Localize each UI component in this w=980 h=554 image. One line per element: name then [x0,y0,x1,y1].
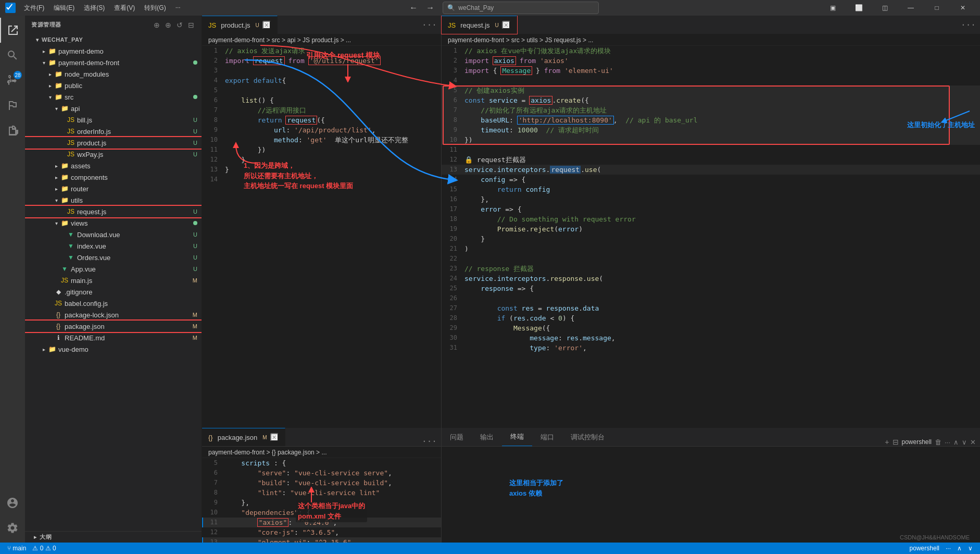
file-bill-js[interactable]: ▸ JS bill.js U [25,114,202,126]
code-line: 29 Message({ [442,323,980,333]
tab-product-js[interactable]: JS product.js U × [202,16,278,34]
file-request-js[interactable]: ▸ JS request.js U [25,206,202,217]
status-branch[interactable]: ⑂ main [4,545,29,552]
search-bar[interactable]: 🔍 weChat_Pay [443,2,599,14]
refresh-btn[interactable]: ↺ [175,20,184,30]
nav-back[interactable]: ← [406,2,421,14]
title-bar-left: 文件(F) 编辑(E) 选择(S) 查看(V) 转到(G) ··· [5,3,185,14]
nav-forward[interactable]: → [423,2,437,14]
terminal-trash[interactable]: 🗑 [935,438,941,446]
tab-product-close[interactable]: × [262,21,271,29]
file-main-js[interactable]: ▸ JS main.js M [25,275,202,286]
badge-m-3: M [193,323,197,329]
menu-more[interactable]: ··· [171,3,185,14]
code-editor-product[interactable]: 1 // axios 发送ajax请求 2 import request fro… [202,46,441,428]
tab-ports[interactable]: 端口 [532,428,562,446]
code-editor-package[interactable]: 5 scripts : { 6 "serve": "vue-cli-servic… [202,458,441,543]
menu-goto[interactable]: 转到(G) [140,3,170,14]
account-icon[interactable] [0,490,25,515]
file-product-js[interactable]: ▸ JS product.js U [25,137,202,149]
file-wxpay-js[interactable]: ▸ JS wxPay.js U [25,149,202,160]
close-btn[interactable]: ✕ [951,0,975,16]
code-editor-request[interactable]: 1 // axios 在vue中专门做发送ajax请求的模块 2 import … [442,46,980,428]
file-orderinfo-js[interactable]: ▸ JS orderInfo.js U [25,126,202,137]
tab-more-left[interactable]: ··· [418,20,441,30]
code-line: 10 "dependencies": { [202,508,441,518]
file-orders-vue[interactable]: ▸ ▼ Orders.vue U [25,252,202,263]
terminal-add[interactable]: + [885,438,889,446]
menu-items: 文件(F) 编辑(E) 选择(S) 查看(V) 转到(G) ··· [20,3,185,14]
folder-src[interactable]: ▾ 📁 src [25,91,202,103]
outline-section[interactable]: ▸ 大纲 [25,531,202,543]
bottom-left-tabbar: {} package.json M × ··· [202,428,442,446]
layout-toggle[interactable]: ⬜ [847,0,871,16]
folder-router[interactable]: ▸ 📁 router [25,183,202,194]
run-icon[interactable] [0,93,25,118]
bottom-split-content: payment-demo-front > {} package.json > .… [202,447,980,543]
folder-payment-demo[interactable]: ▸ 📁 payment-demo [25,45,202,57]
terminal-collapse-down[interactable]: ∨ [962,438,967,446]
extensions-icon[interactable] [0,118,25,143]
terminal-more[interactable]: ··· [945,438,950,446]
terminal-collapse-up[interactable]: ∧ [953,438,959,446]
new-file-btn[interactable]: ⊕ [153,20,161,30]
tab-package-close[interactable]: × [270,433,279,441]
settings-icon[interactable] [0,515,25,540]
sidebar-toggle[interactable]: ▣ [821,0,845,16]
tab-debug-console[interactable]: 调试控制台 [562,428,613,446]
new-folder-btn[interactable]: ⊕ [164,20,172,30]
folder-api[interactable]: ▾ 📁 api [25,103,202,114]
tab-problems[interactable]: 问题 [442,428,472,446]
menu-file[interactable]: 文件(F) [20,3,48,14]
search-icon[interactable] [0,43,25,68]
code-line: 28 if (res.code < 0) { [442,313,980,323]
explorer-icon[interactable] [0,18,25,43]
file-readme[interactable]: ▸ ℹ README.md M [25,332,202,343]
status-up[interactable]: ∧ [954,545,965,552]
badge-u-5: U [193,208,197,215]
file-package-json[interactable]: ▸ {} package.json M [25,321,202,332]
code-line: 31 type: 'error', [442,343,980,353]
folder-utils[interactable]: ▾ 📁 utils [25,194,202,206]
terminal-close[interactable]: ✕ [970,438,976,446]
tab-more-bottom-left[interactable]: ··· [418,436,441,446]
panel-toggle[interactable]: ◫ [873,0,897,16]
tab-bar-request: JS request.js U × ··· [442,16,980,34]
source-control-icon[interactable]: 28 [0,68,25,93]
file-download-vue[interactable]: ▸ ▼ Download.vue U [25,229,202,240]
terminal-split[interactable]: ⊟ [893,438,899,446]
folder-node-modules[interactable]: ▸ 📁 node_modules [25,68,202,80]
file-app-vue[interactable]: ▸ ▼ App.vue U [25,263,202,275]
maximize-btn[interactable]: □ [925,0,949,16]
tab-more-right[interactable]: ··· [957,20,980,30]
tab-package-json[interactable]: {} package.json M × [202,428,285,446]
status-errors[interactable]: ⚠ 0 ⚠ 0 [29,545,59,552]
code-line: 19 Promise.reject(error) [442,224,980,234]
code-line: 26 [442,293,980,303]
menu-edit[interactable]: 编辑(E) [49,3,79,14]
sidebar-icons: ⊕ ⊕ ↺ ⊟ [153,20,195,30]
status-powershell[interactable]: powershell [907,545,943,552]
folder-components[interactable]: ▸ 📁 components [25,171,202,183]
folder-assets[interactable]: ▸ 📁 assets [25,160,202,171]
status-right: powershell ··· ∧ ∨ [907,545,976,552]
minimize-btn[interactable]: — [899,0,923,16]
tab-request-js[interactable]: JS request.js U × [442,16,517,34]
status-down[interactable]: ∨ [965,545,976,552]
collapse-btn[interactable]: ⊟ [187,20,195,30]
file-index-vue[interactable]: ▸ ▼ index.vue U [25,240,202,252]
folder-vue-demo[interactable]: ▸ 📁 vue-demo [25,343,202,355]
folder-public[interactable]: ▸ 📁 public [25,80,202,91]
folder-payment-demo-front[interactable]: ▾ 📁 payment-demo-front [25,57,202,68]
folder-views[interactable]: ▾ 📁 views [25,217,202,229]
file-gitignore[interactable]: ▸ ◆ .gitignore [25,286,202,298]
menu-select[interactable]: 选择(S) [80,3,109,14]
status-more[interactable]: ··· [943,545,954,552]
tab-output[interactable]: 输出 [472,428,502,446]
tab-request-close[interactable]: × [502,21,510,29]
file-babel-config[interactable]: ▸ JS babel.config.js [25,298,202,309]
file-package-lock[interactable]: ▸ {} package-lock.json M [25,309,202,321]
menu-view[interactable]: 查看(V) [110,3,139,14]
tab-terminal[interactable]: 终端 [502,428,532,446]
root-folder[interactable]: ▾ WECHAT_PAY [25,34,202,45]
